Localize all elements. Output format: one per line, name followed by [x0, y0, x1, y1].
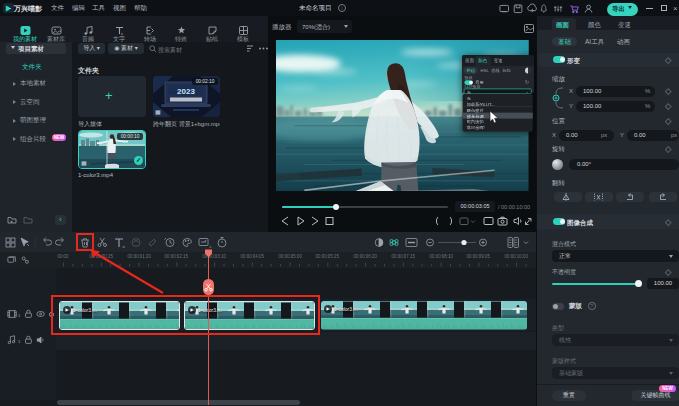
svg-text:2023: 2023	[177, 87, 195, 96]
svg-text:1: 1	[18, 339, 21, 344]
svg-text:1: 1	[18, 313, 21, 318]
